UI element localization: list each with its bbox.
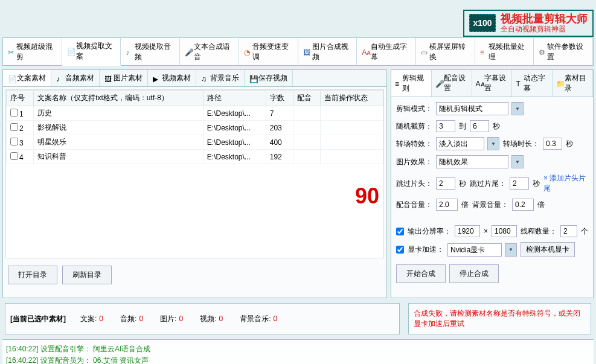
rand-from-input[interactable] bbox=[436, 120, 455, 132]
times-label: 倍 bbox=[461, 200, 469, 210]
voice-vol-input[interactable] bbox=[436, 199, 458, 211]
log-panel: [16:40:22] 设置配音引擎： 阿里云AI语音合成[16:40:22] 设… bbox=[2, 339, 594, 364]
status-item: 音频:0 bbox=[120, 315, 143, 323]
main-tab-4[interactable]: ◔音频变速变调 bbox=[239, 38, 298, 65]
tab-icon: 💾 bbox=[249, 75, 257, 82]
setting-tab-3[interactable]: T动态字幕 bbox=[512, 70, 553, 97]
dropdown-icon[interactable] bbox=[511, 155, 524, 168]
table-row[interactable]: 2影视解说E:\Desktop\...203 bbox=[7, 121, 383, 135]
skip-tail-input[interactable] bbox=[510, 177, 529, 190]
tab-icon: ▶ bbox=[153, 75, 160, 82]
tab-label: 文案素材 bbox=[17, 73, 46, 83]
skip-tail-label: 跳过片尾： bbox=[470, 179, 506, 189]
row-checkbox[interactable] bbox=[10, 152, 18, 160]
tab-label: 字幕设置 bbox=[484, 73, 508, 94]
detect-gpu-button[interactable]: 检测本机显卡 bbox=[521, 242, 575, 257]
tab-icon: 📁 bbox=[556, 80, 563, 87]
main-tab-9[interactable]: ⚙软件参数设置 bbox=[534, 38, 593, 65]
sec-label: 秒 bbox=[566, 139, 573, 149]
sub-tab-3[interactable]: ▶视频素材 bbox=[148, 70, 196, 86]
tab-icon: 📄 bbox=[67, 48, 74, 55]
main-tab-5[interactable]: 🖼图片合成视频 bbox=[298, 38, 357, 65]
col-header[interactable]: 文案名称（仅支持txt格式，编码：utf-8） bbox=[34, 91, 203, 106]
tab-icon: ♫ bbox=[201, 75, 208, 82]
img-fx-select[interactable]: 随机效果 bbox=[436, 155, 508, 168]
refresh-dir-button[interactable]: 刷新目录 bbox=[62, 266, 112, 284]
skip-head-label: 跳过片头： bbox=[396, 179, 432, 189]
rand-to-input[interactable] bbox=[470, 120, 489, 132]
stop-button[interactable]: 停止合成 bbox=[449, 264, 499, 283]
brand-subtitle: 全自动视频剪辑神器 bbox=[501, 25, 588, 33]
unit-label: 个 bbox=[581, 226, 588, 237]
sub-tab-2[interactable]: 🖼图片素材 bbox=[100, 70, 148, 86]
out-w-input[interactable] bbox=[455, 225, 480, 237]
tab-label: 软件参数设置 bbox=[547, 42, 588, 62]
tab-icon: Aᴀ bbox=[362, 48, 369, 56]
main-tab-8[interactable]: ≡视频批量处理 bbox=[475, 38, 534, 65]
tab-icon: ♪ bbox=[126, 48, 132, 56]
threads-input[interactable] bbox=[560, 225, 577, 237]
sub-tab-0[interactable]: 📄文案素材 bbox=[3, 70, 51, 86]
sub-tab-4[interactable]: ♫背景音乐 bbox=[196, 70, 245, 86]
dropdown-icon[interactable] bbox=[487, 137, 499, 150]
error-message: 合成失败，请检测素材名称是否有特殊符号，或关闭显卡加速后重试 bbox=[414, 308, 586, 329]
tab-label: 文本合成语音 bbox=[194, 42, 234, 62]
out-h-input[interactable] bbox=[492, 225, 517, 237]
clip-mode-label: 剪辑模式： bbox=[396, 104, 432, 114]
gpu-label: 显卡加速： bbox=[408, 244, 444, 255]
setting-tab-1[interactable]: 🎤配音设置 bbox=[432, 70, 472, 97]
tab-icon: 🖼 bbox=[303, 48, 310, 56]
sub-tab-bar: 📄文案素材♪音频素材🖼图片素材▶视频素材♫背景音乐💾保存视频 bbox=[3, 70, 386, 87]
out-res-checkbox[interactable] bbox=[396, 228, 404, 235]
col-header[interactable]: 当前操作状态 bbox=[321, 91, 383, 106]
sub-tab-1[interactable]: ♪音频素材 bbox=[51, 70, 100, 86]
tab-label: 音频变速变调 bbox=[252, 42, 293, 62]
tab-label: 视频超级混剪 bbox=[16, 42, 57, 62]
setting-tab-4[interactable]: 📁素材目录 bbox=[553, 70, 593, 97]
tab-icon: 🖼 bbox=[104, 75, 112, 82]
clip-mode-select[interactable]: 随机剪辑模式 bbox=[436, 102, 508, 115]
open-dir-button[interactable]: 打开目录 bbox=[8, 266, 57, 284]
tab-icon: ▭ bbox=[421, 48, 428, 56]
col-header[interactable]: 配音 bbox=[293, 91, 320, 106]
bg-vol-input[interactable] bbox=[512, 199, 534, 211]
tab-label: 图片素材 bbox=[114, 73, 143, 83]
add-head-tail-link[interactable]: × 添加片头片尾 bbox=[543, 173, 588, 194]
material-table: 序号文案名称（仅支持txt格式，编码：utf-8）路径字数配音当前操作状态 1历… bbox=[5, 89, 384, 258]
status-item: 视频:0 bbox=[200, 315, 223, 323]
col-header[interactable]: 路径 bbox=[203, 91, 266, 106]
times-label: 倍 bbox=[537, 200, 545, 210]
setting-tab-2[interactable]: Aᴀ字幕设置 bbox=[472, 70, 513, 97]
table-row[interactable]: 1历史E:\Desktop\...7 bbox=[7, 106, 383, 121]
row-checkbox[interactable] bbox=[10, 109, 18, 117]
table-row[interactable]: 4知识科普E:\Desktop\...192 bbox=[7, 150, 383, 164]
bg-vol-label: 背景音量： bbox=[472, 200, 508, 210]
col-header[interactable]: 序号 bbox=[7, 91, 34, 106]
table-row[interactable]: 3明星娱乐E:\Desktop\...400 bbox=[7, 135, 383, 150]
row-checkbox[interactable] bbox=[10, 123, 18, 131]
start-button[interactable]: 开始合成 bbox=[396, 264, 446, 283]
trans-select[interactable]: 淡入淡出 bbox=[436, 137, 484, 150]
main-tab-7[interactable]: ▭横屏竖屏转换 bbox=[416, 38, 475, 65]
right-panel: ≡剪辑规则🎤配音设置Aᴀ字幕设置T动态字幕📁素材目录 剪辑模式： 随机剪辑模式 … bbox=[391, 69, 594, 298]
col-header[interactable]: 字数 bbox=[266, 91, 293, 106]
rand-cut-label: 随机截剪： bbox=[396, 121, 432, 132]
voice-vol-label: 配音音量： bbox=[396, 200, 432, 210]
gpu-checkbox[interactable] bbox=[396, 246, 404, 254]
main-tab-1[interactable]: 📄视频提取文案 bbox=[62, 38, 121, 66]
main-tab-2[interactable]: ♪视频提取音频 bbox=[121, 38, 180, 65]
gpu-select[interactable]: Nvidia显卡 bbox=[447, 243, 502, 257]
main-tab-0[interactable]: ✂视频超级混剪 bbox=[3, 38, 62, 65]
skip-head-input[interactable] bbox=[436, 177, 455, 190]
main-tab-6[interactable]: Aᴀ自动生成字幕 bbox=[357, 38, 416, 65]
trans-dur-input[interactable] bbox=[543, 138, 562, 150]
dropdown-icon[interactable] bbox=[511, 102, 524, 115]
main-tab-3[interactable]: 🎤文本合成语音 bbox=[180, 38, 239, 65]
tab-icon: 📄 bbox=[8, 75, 15, 82]
setting-tab-0[interactable]: ≡剪辑规则 bbox=[391, 70, 432, 97]
tab-label: 视频提取文案 bbox=[76, 41, 116, 62]
sub-tab-5[interactable]: 💾保存视频 bbox=[245, 70, 293, 86]
row-checkbox[interactable] bbox=[10, 138, 18, 145]
dropdown-icon[interactable] bbox=[505, 243, 517, 257]
x-label: × bbox=[484, 227, 488, 235]
